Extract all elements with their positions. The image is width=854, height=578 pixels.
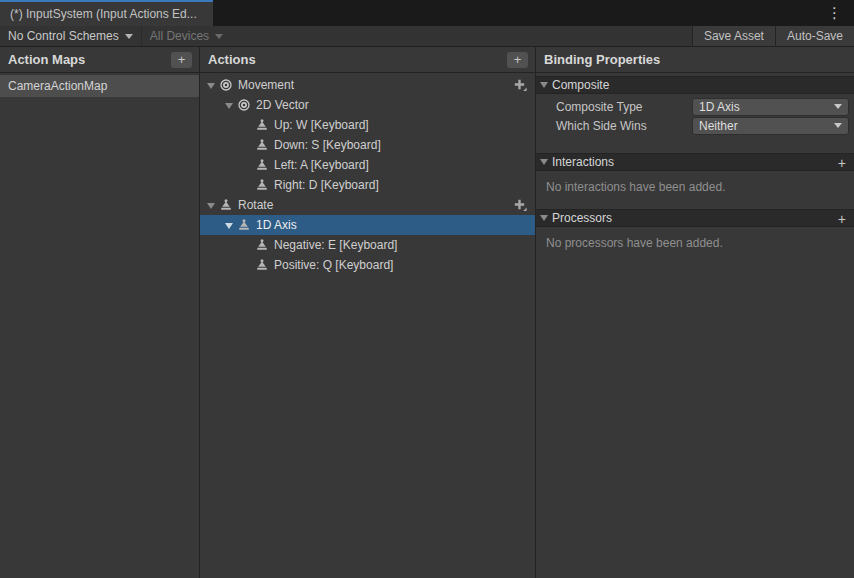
- action-maps-title: Action Maps: [8, 52, 85, 67]
- auto-save-button[interactable]: Auto-Save: [775, 26, 854, 46]
- tree-item-negative-e-keyboard[interactable]: Negative: E [Keyboard]: [200, 235, 535, 255]
- tree-item-label: Up: W [Keyboard]: [274, 118, 369, 132]
- control-schemes-dropdown[interactable]: No Control Schemes: [0, 26, 142, 46]
- add-binding-button[interactable]: [513, 78, 527, 92]
- tree-item-2d-vector[interactable]: 2D Vector: [200, 95, 535, 115]
- tree-item-label: Positive: Q [Keyboard]: [274, 258, 393, 272]
- kebab-menu-icon[interactable]: ⋮: [823, 0, 846, 26]
- action-map-item-cameraactionmap[interactable]: CameraActionMap: [0, 75, 199, 97]
- action-icon: [237, 98, 251, 112]
- actions-title: Actions: [208, 52, 256, 67]
- composite-fields: Composite Type 1D Axis Which Side Wins N…: [536, 94, 854, 135]
- processors-empty-message: No processors have been added.: [536, 227, 854, 250]
- tree-item-down-s-keyboard[interactable]: Down: S [Keyboard]: [200, 135, 535, 155]
- actions-panel: Actions + Movement2D VectorUp: W [Keyboa…: [200, 47, 536, 578]
- actions-tree: Movement2D VectorUp: W [Keyboard]Down: S…: [200, 73, 535, 275]
- which-side-wins-dropdown[interactable]: Neither: [692, 117, 849, 135]
- action-icon: [219, 78, 233, 92]
- interactions-section-title: Interactions: [552, 155, 614, 169]
- tree-item-label: Right: D [Keyboard]: [274, 178, 379, 192]
- tree-item-left-a-keyboard[interactable]: Left: A [Keyboard]: [200, 155, 535, 175]
- toolbar: No Control Schemes All Devices Save Asse…: [0, 26, 854, 47]
- tree-item-right-d-keyboard[interactable]: Right: D [Keyboard]: [200, 175, 535, 195]
- composite-section-title: Composite: [552, 78, 609, 92]
- tree-item-label: 1D Axis: [256, 218, 297, 232]
- tree-item-label: Negative: E [Keyboard]: [274, 238, 397, 252]
- fold-triangle-icon[interactable]: [536, 82, 552, 88]
- binding-icon: [255, 158, 269, 172]
- interactions-empty-message: No interactions have been added.: [536, 171, 854, 194]
- add-action-button[interactable]: +: [507, 52, 528, 68]
- binding-properties-panel: Binding Properties Composite Composite T…: [536, 47, 854, 578]
- action-maps-panel: Action Maps + CameraActionMap: [0, 47, 200, 578]
- titlebar: (*) InputSystem (Input Actions Ed... ⋮: [0, 0, 854, 26]
- tab-title: (*) InputSystem (Input Actions Ed...: [10, 7, 197, 21]
- tree-item-up-w-keyboard[interactable]: Up: W [Keyboard]: [200, 115, 535, 135]
- binding-icon: [255, 238, 269, 252]
- action-map-label: CameraActionMap: [8, 79, 107, 93]
- tree-item-label: Rotate: [238, 198, 273, 212]
- add-processor-button[interactable]: +: [838, 210, 846, 228]
- add-binding-button[interactable]: [513, 198, 527, 212]
- action-maps-list: CameraActionMap: [0, 73, 199, 97]
- control-schemes-label: No Control Schemes: [8, 29, 119, 43]
- composite-type-value: 1D Axis: [699, 100, 740, 114]
- chevron-down-icon: [125, 34, 133, 39]
- chevron-down-icon: [834, 104, 842, 109]
- which-side-wins-value: Neither: [699, 119, 738, 133]
- processors-section-title: Processors: [552, 211, 612, 225]
- composite-section-header[interactable]: Composite: [536, 76, 854, 94]
- which-side-wins-label: Which Side Wins: [556, 119, 647, 133]
- tree-item-label: Left: A [Keyboard]: [274, 158, 369, 172]
- binding-icon: [255, 258, 269, 272]
- fold-triangle-icon[interactable]: [536, 159, 552, 165]
- fold-triangle-icon[interactable]: [204, 82, 218, 89]
- save-asset-button[interactable]: Save Asset: [692, 26, 775, 46]
- binding-properties-title: Binding Properties: [544, 52, 660, 67]
- action-maps-header: Action Maps +: [0, 47, 199, 73]
- binding-icon: [237, 218, 251, 232]
- composite-type-dropdown[interactable]: 1D Axis: [692, 98, 849, 116]
- tree-item-label: 2D Vector: [256, 98, 309, 112]
- fold-triangle-icon[interactable]: [204, 202, 218, 209]
- fold-triangle-icon[interactable]: [222, 102, 236, 109]
- composite-type-row: Composite Type 1D Axis: [536, 97, 854, 116]
- tree-item-1d-axis[interactable]: 1D Axis: [200, 215, 535, 235]
- add-action-map-button[interactable]: +: [171, 52, 192, 68]
- binding-icon: [255, 138, 269, 152]
- binding-icon: [255, 118, 269, 132]
- actions-header: Actions +: [200, 47, 535, 73]
- binding-icon: [219, 198, 233, 212]
- tree-item-rotate[interactable]: Rotate: [200, 195, 535, 215]
- input-actions-editor-window: (*) InputSystem (Input Actions Ed... ⋮ N…: [0, 0, 854, 578]
- tree-item-positive-q-keyboard[interactable]: Positive: Q [Keyboard]: [200, 255, 535, 275]
- chevron-down-icon: [834, 123, 842, 128]
- add-interaction-button[interactable]: +: [838, 154, 846, 172]
- binding-properties-header: Binding Properties: [536, 47, 854, 73]
- window-tab[interactable]: (*) InputSystem (Input Actions Ed...: [0, 0, 213, 26]
- chevron-down-icon: [215, 34, 223, 39]
- interactions-section-header[interactable]: Interactions +: [536, 153, 854, 171]
- tree-item-label: Down: S [Keyboard]: [274, 138, 381, 152]
- devices-dropdown[interactable]: All Devices: [142, 26, 231, 46]
- tree-item-label: Movement: [238, 78, 294, 92]
- fold-triangle-icon[interactable]: [222, 222, 236, 229]
- composite-type-label: Composite Type: [556, 100, 643, 114]
- devices-label: All Devices: [150, 29, 209, 43]
- binding-icon: [255, 178, 269, 192]
- main-area: Action Maps + CameraActionMap Actions + …: [0, 47, 854, 578]
- toolbar-right: Save Asset Auto-Save: [692, 26, 854, 46]
- tree-item-movement[interactable]: Movement: [200, 75, 535, 95]
- fold-triangle-icon[interactable]: [536, 215, 552, 221]
- processors-section-header[interactable]: Processors +: [536, 209, 854, 227]
- which-side-wins-row: Which Side Wins Neither: [536, 116, 854, 135]
